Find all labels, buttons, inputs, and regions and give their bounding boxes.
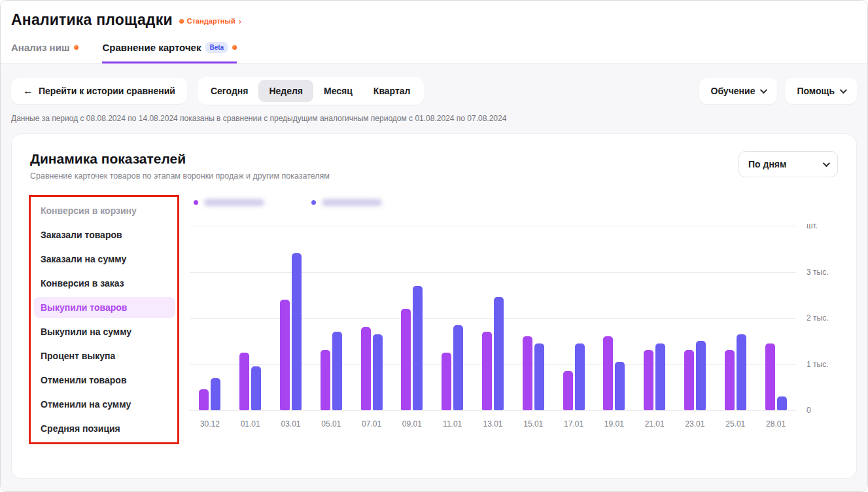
- bar: [523, 336, 532, 410]
- metric-item[interactable]: Выкупили товаров: [34, 297, 175, 318]
- tab-niche-analysis[interactable]: Анализ ниш: [11, 42, 78, 63]
- analytics-page: Аналитика площадки Стандартный › Анализ …: [0, 0, 868, 492]
- metric-item[interactable]: Конверсия в заказ: [34, 273, 175, 294]
- bar: [494, 297, 504, 410]
- bar-group: [634, 226, 675, 410]
- card-subtitle: Сравнение карточек товаров по этапам вор…: [30, 171, 330, 181]
- legend-label-blurred: [204, 199, 264, 206]
- bar: [413, 286, 423, 410]
- training-label: Обучение: [711, 86, 755, 96]
- x-axis-labels: 30.1201.0103.0105.0107.0109.0111.0113.01…: [190, 419, 796, 429]
- bar: [321, 350, 330, 410]
- legend-item[interactable]: [311, 199, 382, 206]
- back-to-history-label: Перейти к истории сравнений: [39, 86, 175, 96]
- legend-item[interactable]: [194, 199, 264, 206]
- notification-dot-icon: [179, 19, 184, 24]
- metric-item[interactable]: Выкупили на сумму: [34, 321, 175, 342]
- metric-item[interactable]: Отменили товаров: [34, 370, 175, 391]
- bar: [453, 325, 463, 410]
- bar-group: [513, 226, 553, 410]
- bar-pair: [765, 226, 787, 410]
- y-tick-label: 3 тыс.: [807, 268, 828, 277]
- metric-item[interactable]: Отменили на сумму: [34, 394, 175, 415]
- y-axis-ticks: шт.3 тыс.2 тыс.1 тыс.0: [801, 226, 838, 410]
- help-dropdown-button[interactable]: Помощь: [785, 78, 857, 104]
- granularity-select[interactable]: По дням: [738, 151, 838, 177]
- y-tick-label: шт.: [807, 221, 818, 230]
- metric-item[interactable]: Средняя позиция: [34, 418, 175, 439]
- bar-group: [755, 226, 796, 410]
- bar-pair: [725, 226, 746, 410]
- bar: [361, 327, 371, 410]
- chart-legend: [194, 199, 838, 206]
- bar: [211, 378, 220, 410]
- metric-item[interactable]: Заказали на сумму: [34, 249, 175, 270]
- card-head-text: Динамика показателей Сравнение карточек …: [30, 151, 330, 181]
- bar: [239, 353, 249, 410]
- period-сегодня[interactable]: Сегодня: [200, 80, 258, 102]
- x-tick-label: 28.01: [755, 419, 796, 429]
- card-head: Динамика показателей Сравнение карточек …: [30, 151, 838, 181]
- bar: [482, 332, 492, 410]
- bar: [534, 343, 544, 410]
- legend-dot-icon: [194, 200, 198, 205]
- bar: [765, 343, 775, 410]
- bar: [615, 362, 625, 410]
- bar-group: [675, 226, 716, 410]
- bar-group: [392, 226, 432, 410]
- bar-pair: [239, 226, 261, 410]
- metric-item: Конверсия в корзину: [34, 200, 175, 221]
- period-квартал[interactable]: Квартал: [363, 80, 421, 102]
- bar-group: [351, 226, 392, 410]
- chart: шт.3 тыс.2 тыс.1 тыс.0 30.1201.0103.0105…: [190, 226, 838, 429]
- bar-pair: [644, 226, 665, 410]
- dynamics-card: Динамика показателей Сравнение карточек …: [11, 133, 857, 479]
- bar: [199, 389, 209, 410]
- bar-pair: [199, 226, 220, 410]
- metric-item[interactable]: Процент выкупа: [34, 345, 175, 366]
- bar: [442, 353, 451, 410]
- y-tick-label: 1 тыс.: [807, 360, 828, 369]
- plot-area: [190, 226, 796, 410]
- bar-pair: [684, 226, 706, 410]
- bar: [373, 334, 383, 410]
- bar-pair: [401, 226, 423, 410]
- x-tick-label: 19.01: [594, 419, 634, 429]
- metric-column: Конверсия в корзинуЗаказали товаровЗаказ…: [30, 195, 179, 444]
- bar: [280, 300, 290, 410]
- bar-pair: [280, 226, 302, 410]
- bar-pair: [321, 226, 342, 410]
- chevron-down-icon: [760, 86, 767, 94]
- x-tick-label: 05.01: [311, 419, 351, 429]
- back-to-history-button[interactable]: ← Перейти к истории сравнений: [11, 78, 187, 104]
- bar: [684, 350, 694, 410]
- chevron-down-icon: [823, 160, 830, 167]
- bar: [655, 343, 665, 410]
- toolbar-right: Обучение Помощь: [699, 78, 857, 104]
- bar-group: [311, 226, 351, 410]
- x-tick-label: 21.01: [634, 419, 675, 429]
- bar-group: [230, 226, 271, 410]
- period-месяц[interactable]: Месяц: [313, 80, 363, 102]
- bar-pair: [523, 226, 544, 410]
- card-body: Конверсия в корзинуЗаказали товаровЗаказ…: [30, 195, 838, 444]
- toolbar: ← Перейти к истории сравнений СегодняНед…: [11, 77, 857, 105]
- x-tick-label: 30.12: [190, 419, 230, 429]
- tab-card-comparison[interactable]: Сравнение карточекBeta: [102, 42, 237, 63]
- bar: [332, 332, 342, 410]
- chevron-down-icon: [840, 86, 847, 94]
- x-tick-label: 11.01: [432, 419, 473, 429]
- x-tick-label: 09.01: [392, 419, 432, 429]
- x-tick-label: 23.01: [675, 419, 716, 429]
- legend-dot-icon: [311, 200, 316, 205]
- metric-item[interactable]: Заказали товаров: [34, 224, 175, 245]
- x-tick-label: 01.01: [230, 419, 271, 429]
- period-неделя[interactable]: Неделя: [258, 80, 313, 102]
- x-tick-label: 17.01: [553, 419, 594, 429]
- training-dropdown-button[interactable]: Обучение: [699, 78, 778, 104]
- page-header: Аналитика площадки Стандартный › Анализ …: [1, 1, 867, 63]
- x-tick-label: 13.01: [473, 419, 513, 429]
- bar-group: [553, 226, 594, 410]
- tab-label: Сравнение карточек: [102, 42, 201, 53]
- plan-badge[interactable]: Стандартный ›: [179, 17, 241, 26]
